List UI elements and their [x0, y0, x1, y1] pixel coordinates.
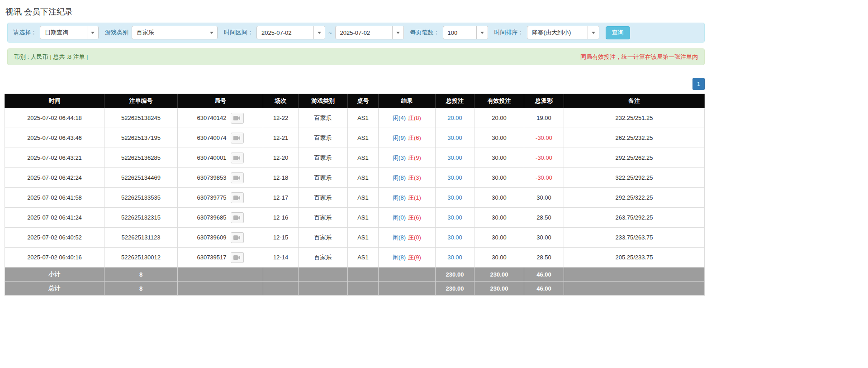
game-type-cell: 百家乐 [299, 168, 348, 188]
result-player: 闲(8) [393, 254, 406, 261]
total-bet-link[interactable]: 30.00 [447, 134, 462, 141]
round-cell: 630739853 [178, 168, 263, 188]
time-range-label: 时间区间： [224, 29, 253, 37]
total-bet-cell: 30.00 [436, 248, 474, 268]
result-cell: 闲(3)庄(9) [379, 148, 436, 168]
result-banker: 庄(0) [408, 234, 421, 241]
video-replay-button[interactable] [231, 153, 244, 163]
round-cell: 630739685 [178, 208, 263, 228]
date-to-caret-button[interactable] [392, 26, 403, 39]
game-type-value[interactable]: 百家乐 [132, 26, 206, 39]
summary-currency-total: 币别 : 人民币 | 总共 :8 注单 | [14, 53, 88, 61]
payout-cell: 30.00 [524, 188, 564, 208]
table-number-cell: AS1 [348, 228, 379, 248]
video-replay-button[interactable] [231, 212, 244, 223]
session-cell: 12-18 [263, 168, 299, 188]
note-cell: 232.25/251.25 [564, 108, 705, 128]
session-cell: 12-20 [263, 148, 299, 168]
bet-id-cell: 522625136285 [104, 148, 178, 168]
header-game-type: 游戏类别 [299, 94, 348, 108]
search-button[interactable]: 查询 [606, 26, 630, 39]
sort-value[interactable]: 降幂(由大到小) [527, 26, 588, 39]
result-banker: 庄(9) [408, 254, 421, 261]
payout-cell: -30.00 [524, 148, 564, 168]
select-type-dropdown[interactable]: 日期查询 [40, 26, 99, 39]
video-camera-icon [233, 235, 241, 240]
select-type-label: 请选择： [13, 29, 37, 37]
note-cell: 205.25/233.75 [564, 248, 705, 268]
result-cell: 闲(8)庄(0) [379, 228, 436, 248]
time-cell: 2025-07-02 06:40:52 [5, 228, 104, 248]
total-bet-link[interactable]: 20.00 [447, 115, 462, 121]
caret-down-icon [318, 32, 321, 34]
video-replay-button[interactable] [231, 232, 244, 243]
video-replay-button[interactable] [231, 133, 244, 143]
result-cell: 闲(9)庄(6) [379, 128, 436, 148]
select-type-value[interactable]: 日期查询 [40, 26, 87, 39]
subtotal-count: 8 [104, 268, 178, 282]
total-bet-link[interactable]: 30.00 [447, 174, 462, 181]
total-label: 总计 [5, 282, 104, 296]
sort-dropdown[interactable]: 降幂(由大到小) [527, 26, 599, 39]
game-type-dropdown[interactable]: 百家乐 [132, 26, 218, 39]
page-title: 视讯 会员下注纪录 [5, 0, 705, 23]
session-cell: 12-22 [263, 108, 299, 128]
result-banker: 庄(9) [408, 154, 421, 161]
session-cell: 12-17 [263, 188, 299, 208]
table-row: 2025-07-02 06:43:21 522625136285 6307400… [5, 148, 705, 168]
round-number: 630740142 [197, 115, 226, 121]
result-player: 闲(4) [393, 115, 406, 121]
select-type-caret-button[interactable] [87, 26, 98, 39]
video-replay-button[interactable] [231, 172, 244, 183]
payout-cell: -30.00 [524, 128, 564, 148]
bet-id-cell: 522625130012 [104, 248, 178, 268]
page-size-dropdown[interactable]: 100 [443, 26, 488, 39]
note-cell: 322.25/292.25 [564, 168, 705, 188]
result-cell: 闲(8)庄(3) [379, 168, 436, 188]
header-result: 结果 [379, 94, 436, 108]
round-cell: 630739517 [178, 248, 263, 268]
time-cell: 2025-07-02 06:41:24 [5, 208, 104, 228]
total-bet-cell: 30.00 [436, 208, 474, 228]
header-valid-bet: 有效投注 [474, 94, 524, 108]
total-bet-cell: 30.00 [436, 188, 474, 208]
video-replay-button[interactable] [231, 252, 244, 263]
result-cell: 闲(8)庄(9) [379, 248, 436, 268]
page-size-value[interactable]: 100 [443, 26, 476, 39]
round-cell: 630740001 [178, 148, 263, 168]
result-player: 闲(8) [393, 174, 406, 181]
video-replay-button[interactable] [231, 113, 244, 124]
time-cell: 2025-07-02 06:44:18 [5, 108, 104, 128]
total-bet-link[interactable]: 30.00 [447, 154, 462, 161]
header-table-number: 桌号 [348, 94, 379, 108]
result-banker: 庄(6) [408, 214, 421, 221]
game-type-caret-button[interactable] [206, 26, 217, 39]
payout-cell: -30.00 [524, 168, 564, 188]
date-from-value[interactable]: 2025-07-02 [257, 26, 313, 39]
table-number-cell: AS1 [348, 128, 379, 148]
sort-caret-button[interactable] [588, 26, 599, 39]
date-to-value[interactable]: 2025-07-02 [336, 26, 392, 39]
total-bet-link[interactable]: 30.00 [447, 214, 462, 221]
page-size-caret-button[interactable] [476, 26, 488, 39]
total-bet-link[interactable]: 30.00 [447, 234, 462, 241]
game-type-cell: 百家乐 [299, 148, 348, 168]
video-camera-icon [233, 115, 241, 121]
page-1-button[interactable]: 1 [693, 78, 705, 90]
video-replay-button[interactable] [231, 192, 244, 203]
header-total-bet: 总投注 [436, 94, 474, 108]
date-from-caret-button[interactable] [313, 26, 325, 39]
table-number-cell: AS1 [348, 108, 379, 128]
time-cell: 2025-07-02 06:40:16 [5, 248, 104, 268]
date-to-picker[interactable]: 2025-07-02 [335, 26, 404, 39]
summary-bar: 币别 : 人民币 | 总共 :8 注单 | 同局有效投注，统一计算在该局第一张注… [7, 48, 705, 65]
round-cell: 630739609 [178, 228, 263, 248]
total-bet-link[interactable]: 30.00 [447, 194, 462, 201]
date-from-picker[interactable]: 2025-07-02 [256, 26, 325, 39]
table-row: 2025-07-02 06:43:46 522625137195 6307400… [5, 128, 705, 148]
payout-cell: 28.50 [524, 248, 564, 268]
round-cell: 630740074 [178, 128, 263, 148]
round-cell: 630739775 [178, 188, 263, 208]
total-bet-link[interactable]: 30.00 [447, 254, 462, 261]
sort-label: 时间排序： [494, 29, 524, 37]
